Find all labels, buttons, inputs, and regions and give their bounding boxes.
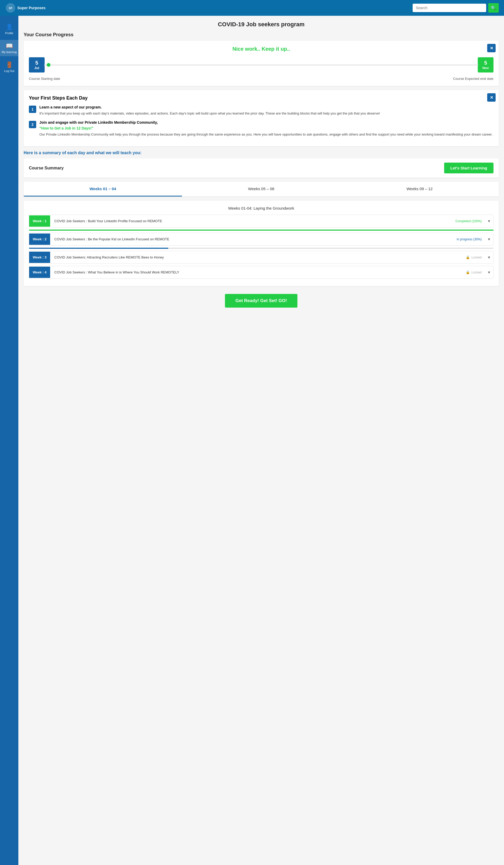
week-1-label: Week : 1 xyxy=(29,216,50,227)
step-1-title: Learn a new aspect of our program. xyxy=(39,105,380,109)
end-label: Course Expected end date xyxy=(453,77,493,81)
week-2-chevron[interactable]: ▾ xyxy=(485,233,493,245)
week-2-status-text: In progress (30%) xyxy=(457,238,482,241)
main-content: COVID-19 Job seekers program Your Course… xyxy=(19,16,504,865)
week-3-row[interactable]: Week : 3 COVID Job Seekers: Attracting R… xyxy=(29,251,493,264)
steps-close-button[interactable]: ✕ xyxy=(487,93,496,102)
week-3-content: COVID Job Seekers: Attracting Recruiters… xyxy=(50,252,462,263)
step-2-title: Join and engage with our Private LinkedI… xyxy=(39,120,492,125)
week-3-chevron[interactable]: ▾ xyxy=(485,251,493,264)
progress-close-button[interactable]: ✕ xyxy=(487,44,496,52)
search-input[interactable] xyxy=(413,4,486,12)
week-3-lock-icon: 🔒 xyxy=(466,255,470,259)
step-1-desc: It's important that you keep up with eac… xyxy=(39,111,380,116)
weeks-card: Weeks 01-04: Laying the Groundwork Week … xyxy=(24,201,499,286)
step-1-content: Learn a new aspect of our program. It's … xyxy=(39,105,380,116)
week-3-status: 🔒 Locked xyxy=(462,252,485,263)
weeks-section-title: Weeks 01-04: Laying the Groundwork xyxy=(29,206,493,210)
week-2-progress-fill xyxy=(29,248,168,249)
steps-title: Your First Steps Each Day xyxy=(29,95,493,101)
week-4-chevron[interactable]: ▾ xyxy=(485,266,493,278)
week-1-row[interactable]: Week : 1 COVID Job Seekers : Build Your … xyxy=(29,215,493,228)
week-2-progress-bar xyxy=(29,248,493,249)
end-date-box: 5 Nov xyxy=(478,57,493,72)
week-3-label: Week : 3 xyxy=(29,252,50,263)
tab-weeks-01-04[interactable]: Weeks 01 – 04 xyxy=(24,182,182,196)
step-1-number: 1 xyxy=(29,106,36,113)
bottom-cta: Get Ready! Get Set! GO! xyxy=(24,294,499,308)
progress-timeline: 5 Jul 5 Nov xyxy=(29,57,493,72)
week-4-status-text: Locked xyxy=(471,270,482,274)
search-icon: 🔍 xyxy=(491,5,496,11)
week-4-lock-icon: 🔒 xyxy=(466,270,470,274)
week-3-text: COVID Job Seekers: Attracting Recruiters… xyxy=(54,255,164,259)
timeline-dot xyxy=(47,63,50,67)
logout-icon: 🚪 xyxy=(6,61,13,68)
sidebar-label-profile: Profile xyxy=(5,32,13,35)
week-2-content: COVID Job Seekers : Be the Popular Kid o… xyxy=(50,233,454,245)
end-month: Nov xyxy=(482,66,489,70)
tab-weeks-05-08[interactable]: Weeks 05 – 08 xyxy=(182,182,340,196)
week-4-wrapper: Week : 4 COVID Job Seekers : What You Be… xyxy=(29,266,493,279)
week-1-content: COVID Job Seekers : Build Your LinkedIn … xyxy=(50,216,452,227)
progress-section-heading: Your Course Progress xyxy=(24,32,499,37)
week-2-row[interactable]: Week : 2 COVID Job Seekers : Be the Popu… xyxy=(29,233,493,246)
svg-text:SP: SP xyxy=(9,7,12,10)
week-1-progress-fill xyxy=(29,230,493,231)
week-2-label: Week : 2 xyxy=(29,233,50,245)
sidebar-label-my-learning: My learning xyxy=(2,50,17,54)
logo: SP Super Purposes xyxy=(5,3,45,13)
search-button[interactable]: 🔍 xyxy=(488,3,499,13)
summary-header: Course Summary Let's Start Learning xyxy=(24,158,499,177)
step-2-number: 2 xyxy=(29,121,36,128)
sidebar-item-profile[interactable]: 👤 Profile xyxy=(0,21,19,37)
tab-weeks-01-04-label: Weeks 01 – 04 xyxy=(90,186,116,191)
progress-card: ✕ Nice work.. Keep it up.. 5 Jul 5 Nov C… xyxy=(24,41,499,86)
week-3-status-text: Locked xyxy=(471,256,482,259)
course-summary-title: Course Summary xyxy=(29,166,64,171)
header: SP Super Purposes 🔍 xyxy=(0,0,504,16)
tab-weeks-09-12[interactable]: Weeks 09 – 12 xyxy=(340,182,499,196)
step-2-link[interactable]: "How to Get a Job in 12 Days!" xyxy=(39,126,492,130)
week-2-wrapper: Week : 2 COVID Job Seekers : Be the Popu… xyxy=(29,233,493,249)
tab-weeks-05-08-label: Weeks 05 – 08 xyxy=(248,186,274,191)
weeks-tabs: Weeks 01 – 04 Weeks 05 – 08 Weeks 09 – 1… xyxy=(24,182,499,196)
step-2-content: Join and engage with our Private LinkedI… xyxy=(39,120,492,137)
sidebar-item-logout[interactable]: 🚪 Log Out xyxy=(0,59,19,75)
search-area: 🔍 xyxy=(413,3,499,13)
start-day: 5 xyxy=(33,60,40,66)
week-1-progress-bar xyxy=(29,230,493,231)
summary-intro: Here is a summary of each day and what w… xyxy=(24,150,499,155)
logo-text: Super Purposes xyxy=(17,6,45,10)
week-4-text: COVID Job Seekers : What You Believe in … xyxy=(54,270,179,274)
learning-icon: 📖 xyxy=(6,43,13,49)
week-2-status: In progress (30%) xyxy=(454,234,485,245)
sidebar-item-my-learning[interactable]: 📖 My learning xyxy=(0,40,19,56)
start-date-box: 5 Jul xyxy=(29,57,45,72)
first-steps-card: ✕ Your First Steps Each Day 1 Learn a ne… xyxy=(24,90,499,146)
step-2-desc: Our Private LinkedIn Membership Communit… xyxy=(39,132,492,137)
week-2-text: COVID Job Seekers : Be the Popular Kid o… xyxy=(54,237,169,241)
logo-icon: SP xyxy=(5,3,16,13)
week-1-chevron[interactable]: ▾ xyxy=(485,215,493,227)
start-learning-button[interactable]: Let's Start Learning xyxy=(444,163,493,173)
week-4-content: COVID Job Seekers : What You Believe in … xyxy=(50,267,462,278)
sidebar-label-logout: Log Out xyxy=(4,69,14,72)
week-4-status: 🔒 Locked xyxy=(462,267,485,278)
week-4-row[interactable]: Week : 4 COVID Job Seekers : What You Be… xyxy=(29,266,493,279)
week-1-status: Completed (100%) xyxy=(452,216,485,227)
step-2: 2 Join and engage with our Private Linke… xyxy=(29,120,493,137)
profile-icon: 👤 xyxy=(6,24,13,31)
cta-button[interactable]: Get Ready! Get Set! GO! xyxy=(225,294,297,308)
start-month: Jul xyxy=(33,66,40,70)
end-day: 5 xyxy=(482,60,489,66)
week-1-text: COVID Job Seekers : Build Your LinkedIn … xyxy=(54,219,162,223)
week-1-wrapper: Week : 1 COVID Job Seekers : Build Your … xyxy=(29,215,493,231)
step-1: 1 Learn a new aspect of our program. It'… xyxy=(29,105,493,116)
sidebar: 👤 Profile 📖 My learning 🚪 Log Out xyxy=(0,16,19,865)
tab-weeks-09-12-label: Weeks 09 – 12 xyxy=(406,186,433,191)
start-label: Course Starting date xyxy=(29,77,60,81)
date-labels: Course Starting date Course Expected end… xyxy=(29,77,493,81)
page-title: COVID-19 Job seekers program xyxy=(24,21,499,28)
progress-message: Nice work.. Keep it up.. xyxy=(29,46,493,52)
